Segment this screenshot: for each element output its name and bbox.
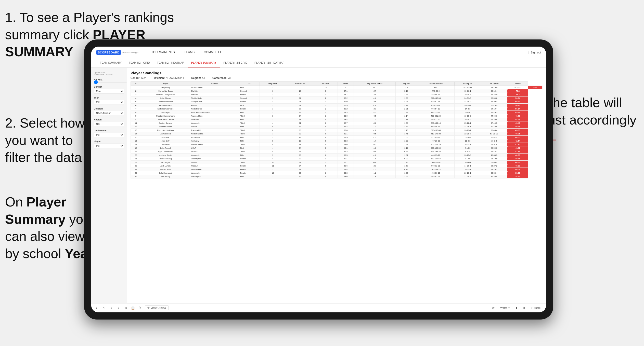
- table-cell: 68.4: [338, 125, 354, 129]
- table-cell: Third: [239, 114, 260, 118]
- table-cell: 47-40-3: [481, 121, 507, 125]
- nav-item-tournaments[interactable]: TOURNAMENTS: [147, 47, 179, 58]
- table-row: 4Luke ClatonFlorida StateSecond127268.2-…: [131, 96, 543, 100]
- table-cell: 1: [260, 86, 286, 89]
- table-cell: 21: [131, 157, 141, 161]
- sign-out-link[interactable]: Sign out: [531, 51, 541, 54]
- table-cell: Fourth: [239, 107, 260, 111]
- table-cell: 4: [260, 121, 286, 125]
- year-select[interactable]: (All): [94, 100, 124, 104]
- download-icon[interactable]: ⬇: [514, 306, 519, 310]
- region-select[interactable]: N/k: [94, 122, 124, 126]
- redo-icon[interactable]: ↪: [102, 306, 107, 310]
- sidebar-no-rds: No Rds.: [94, 78, 124, 82]
- table-cell: Luke Claton: [141, 96, 190, 100]
- table-cell: 24: [131, 168, 141, 171]
- grid-icon[interactable]: ⊞: [521, 306, 526, 310]
- table-cell: 19-39-2: [455, 114, 481, 118]
- table-cell: -0.2: [354, 143, 395, 146]
- gender-select[interactable]: Men: [94, 89, 124, 93]
- main-content: Update time: 27/03/2024 16:56:26 No Rds.…: [91, 68, 546, 303]
- clock-icon[interactable]: ⏱: [138, 306, 142, 310]
- table-cell: 5: [260, 150, 286, 154]
- share-button[interactable]: ↗ Share: [529, 306, 543, 310]
- table-cell: 27: [286, 104, 314, 107]
- conference-select[interactable]: (All): [94, 133, 124, 137]
- table-cell: 61-20-3: [481, 100, 507, 104]
- division-select[interactable]: NCAA Division I: [94, 111, 124, 115]
- sign-out-area: | Sign out: [529, 51, 541, 54]
- table-cell: Arkansas: [190, 118, 239, 121]
- table-cell: 68.7: [338, 161, 354, 164]
- table-cell: Fifth: [239, 136, 260, 139]
- year-label: Year: [94, 96, 124, 99]
- sub-nav-player-h2h-grid[interactable]: PLAYER H2H GRID: [220, 58, 251, 67]
- table-cell: 44-64-6: [481, 114, 507, 118]
- table-cell: 19-11-1: [455, 89, 481, 93]
- table-row: 11Gordon SargentVanderbiltThird421068.7-…: [131, 121, 543, 125]
- annotation-2: 2. Select howyou want tofilter the data: [5, 115, 85, 166]
- col-conf-rank: Conf Rank: [286, 82, 314, 86]
- col-wins: Wins: [338, 82, 354, 86]
- table-cell: 432-221-24: [417, 114, 455, 118]
- table-cell: 1.68: [395, 164, 417, 168]
- col-adj-score: Adj. Score to Par: [354, 82, 395, 86]
- table-cell: David Ford: [141, 143, 190, 146]
- table-cell: 1: [260, 111, 286, 114]
- table-cell: 78.2: [507, 89, 528, 93]
- table-cell: 41.87: [507, 146, 528, 150]
- table-cell: 79.2: [507, 93, 528, 96]
- nav-item-committee[interactable]: COMMITTEE: [199, 47, 227, 58]
- table-cell: 68.4: [338, 118, 354, 121]
- copy-icon[interactable]: ⧉: [123, 306, 128, 310]
- watch-button[interactable]: Watch ▾: [498, 306, 512, 310]
- sub-nav-team-h2h-grid[interactable]: TEAM H2H GRID: [125, 58, 153, 67]
- table-cell: Third: [239, 143, 260, 146]
- table-cell: Washington: [190, 157, 239, 161]
- nav-items: TOURNAMENTS TEAMS COMMITTEE: [147, 47, 528, 58]
- table-cell: 6: [260, 129, 286, 132]
- table-cell: 24: [286, 111, 314, 114]
- table-cell: -2.5: [354, 111, 395, 114]
- table-cell: 23: [286, 118, 314, 121]
- annotation-2-bottom: On PlayerSummary youcan also viewby scho…: [5, 193, 93, 262]
- table-cell: -3.2: [395, 86, 417, 89]
- view-button[interactable]: 👁 View: Original: [145, 306, 169, 310]
- table-cell: -0.8: [354, 150, 395, 154]
- nav-item-teams[interactable]: TEAMS: [179, 47, 199, 58]
- no-rds-slider[interactable]: [94, 82, 127, 82]
- table-cell: 452-96-12: [417, 171, 455, 175]
- undo-icon[interactable]: ↩: [95, 306, 99, 310]
- filter-gender: Gender: Men: [131, 77, 146, 79]
- sub-nav-player-summary[interactable]: PLAYER SUMMARY: [188, 58, 220, 67]
- table-cell: 17: [131, 143, 141, 146]
- table-cell: 23: [286, 171, 314, 175]
- paste-icon[interactable]: 📋: [131, 306, 135, 310]
- table-cell: 69.4: [338, 168, 354, 171]
- table-cell: 24-45-1: [481, 150, 507, 154]
- table-cell: 6: [131, 104, 141, 107]
- back-icon[interactable]: ‹: [109, 306, 114, 310]
- table-cell: 20: [131, 154, 141, 157]
- table-cell: 68.2: [338, 96, 354, 100]
- table-cell: 412-179-38: [417, 132, 455, 136]
- sub-nav-team-h2h-heatmap[interactable]: TEAM H2H HEATMAP: [153, 58, 188, 67]
- top-nav: SCOREBOARD Powered by clipp'd TOURNAMENT…: [91, 47, 546, 58]
- sub-nav-player-h2h-heatmap[interactable]: PLAYER H2H HEATMAP: [251, 58, 288, 67]
- table-row: 25Cole SherwoodVanderbiltFourth1223169.3…: [131, 171, 543, 175]
- table-cell: Gordon Sargent: [141, 121, 190, 125]
- eye-icon[interactable]: 👁: [491, 306, 496, 310]
- table-cell: Stanford: [190, 93, 239, 96]
- player-select[interactable]: (All): [94, 144, 124, 148]
- table-cell: 26-25-3: [455, 143, 481, 146]
- table-cell: 7: [260, 136, 286, 139]
- table-cell: 12-16-3: [481, 111, 507, 114]
- table-cell: 2: [314, 107, 338, 111]
- sub-nav-team-summary[interactable]: TEAM SUMMARY: [96, 58, 125, 67]
- table-row: 5Christo LamprechtGeorgia TechFourth2212…: [131, 100, 543, 104]
- table-cell: -1.6: [354, 96, 395, 100]
- table-cell: 40.55: [507, 136, 528, 139]
- table-row: 20Matthew RiedelVanderbiltFifth923069.5-…: [131, 154, 543, 157]
- forward-icon[interactable]: ›: [116, 306, 121, 310]
- table-cell: 11: [260, 164, 286, 168]
